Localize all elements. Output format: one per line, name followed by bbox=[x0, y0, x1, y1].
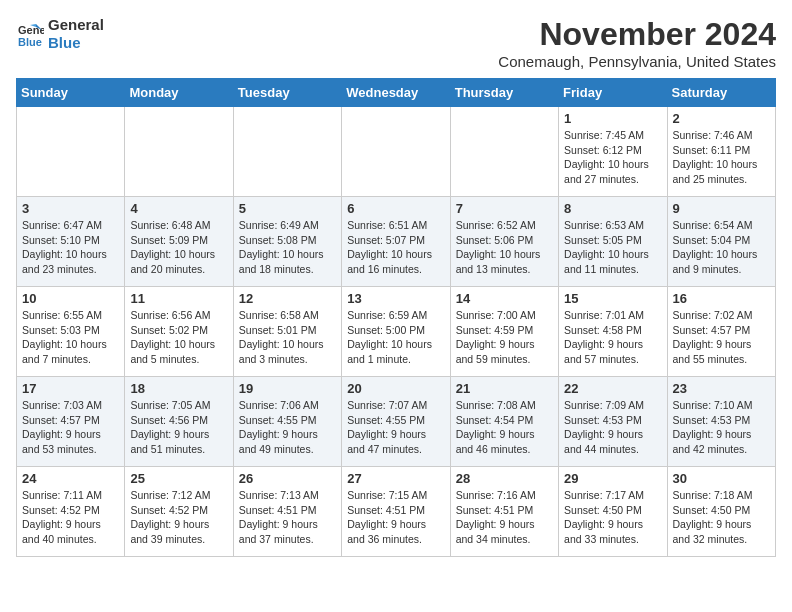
calendar-cell: 15Sunrise: 7:01 AM Sunset: 4:58 PM Dayli… bbox=[559, 287, 667, 377]
calendar-cell: 25Sunrise: 7:12 AM Sunset: 4:52 PM Dayli… bbox=[125, 467, 233, 557]
day-info: Sunrise: 6:48 AM Sunset: 5:09 PM Dayligh… bbox=[130, 218, 227, 277]
title-section: November 2024 Conemaugh, Pennsylvania, U… bbox=[498, 16, 776, 70]
day-number: 9 bbox=[673, 201, 770, 216]
calendar-cell: 22Sunrise: 7:09 AM Sunset: 4:53 PM Dayli… bbox=[559, 377, 667, 467]
day-info: Sunrise: 6:53 AM Sunset: 5:05 PM Dayligh… bbox=[564, 218, 661, 277]
day-info: Sunrise: 6:52 AM Sunset: 5:06 PM Dayligh… bbox=[456, 218, 553, 277]
calendar-cell: 9Sunrise: 6:54 AM Sunset: 5:04 PM Daylig… bbox=[667, 197, 775, 287]
header-row: SundayMondayTuesdayWednesdayThursdayFrid… bbox=[17, 79, 776, 107]
day-number: 4 bbox=[130, 201, 227, 216]
day-number: 20 bbox=[347, 381, 444, 396]
calendar-cell: 6Sunrise: 6:51 AM Sunset: 5:07 PM Daylig… bbox=[342, 197, 450, 287]
day-number: 27 bbox=[347, 471, 444, 486]
calendar-cell: 8Sunrise: 6:53 AM Sunset: 5:05 PM Daylig… bbox=[559, 197, 667, 287]
day-number: 19 bbox=[239, 381, 336, 396]
day-number: 5 bbox=[239, 201, 336, 216]
header-friday: Friday bbox=[559, 79, 667, 107]
day-info: Sunrise: 7:08 AM Sunset: 4:54 PM Dayligh… bbox=[456, 398, 553, 457]
day-number: 12 bbox=[239, 291, 336, 306]
calendar-cell: 3Sunrise: 6:47 AM Sunset: 5:10 PM Daylig… bbox=[17, 197, 125, 287]
week-row-3: 17Sunrise: 7:03 AM Sunset: 4:57 PM Dayli… bbox=[17, 377, 776, 467]
calendar-cell: 24Sunrise: 7:11 AM Sunset: 4:52 PM Dayli… bbox=[17, 467, 125, 557]
calendar-cell bbox=[125, 107, 233, 197]
day-number: 14 bbox=[456, 291, 553, 306]
calendar-cell: 27Sunrise: 7:15 AM Sunset: 4:51 PM Dayli… bbox=[342, 467, 450, 557]
day-number: 30 bbox=[673, 471, 770, 486]
header: General Blue General Blue November 2024 … bbox=[16, 16, 776, 70]
logo: General Blue General Blue bbox=[16, 16, 104, 52]
svg-text:General: General bbox=[18, 24, 44, 36]
calendar-cell: 7Sunrise: 6:52 AM Sunset: 5:06 PM Daylig… bbox=[450, 197, 558, 287]
day-info: Sunrise: 7:11 AM Sunset: 4:52 PM Dayligh… bbox=[22, 488, 119, 547]
day-info: Sunrise: 7:06 AM Sunset: 4:55 PM Dayligh… bbox=[239, 398, 336, 457]
day-number: 17 bbox=[22, 381, 119, 396]
day-number: 25 bbox=[130, 471, 227, 486]
week-row-1: 3Sunrise: 6:47 AM Sunset: 5:10 PM Daylig… bbox=[17, 197, 776, 287]
day-info: Sunrise: 6:59 AM Sunset: 5:00 PM Dayligh… bbox=[347, 308, 444, 367]
day-number: 23 bbox=[673, 381, 770, 396]
day-info: Sunrise: 6:47 AM Sunset: 5:10 PM Dayligh… bbox=[22, 218, 119, 277]
day-number: 8 bbox=[564, 201, 661, 216]
svg-text:Blue: Blue bbox=[18, 36, 42, 48]
subtitle: Conemaugh, Pennsylvania, United States bbox=[498, 53, 776, 70]
calendar-cell bbox=[233, 107, 341, 197]
header-monday: Monday bbox=[125, 79, 233, 107]
calendar-table: SundayMondayTuesdayWednesdayThursdayFrid… bbox=[16, 78, 776, 557]
day-number: 6 bbox=[347, 201, 444, 216]
day-info: Sunrise: 7:03 AM Sunset: 4:57 PM Dayligh… bbox=[22, 398, 119, 457]
calendar-cell: 14Sunrise: 7:00 AM Sunset: 4:59 PM Dayli… bbox=[450, 287, 558, 377]
calendar-cell: 26Sunrise: 7:13 AM Sunset: 4:51 PM Dayli… bbox=[233, 467, 341, 557]
calendar-cell: 10Sunrise: 6:55 AM Sunset: 5:03 PM Dayli… bbox=[17, 287, 125, 377]
day-info: Sunrise: 7:02 AM Sunset: 4:57 PM Dayligh… bbox=[673, 308, 770, 367]
week-row-0: 1Sunrise: 7:45 AM Sunset: 6:12 PM Daylig… bbox=[17, 107, 776, 197]
day-info: Sunrise: 7:16 AM Sunset: 4:51 PM Dayligh… bbox=[456, 488, 553, 547]
calendar-cell: 1Sunrise: 7:45 AM Sunset: 6:12 PM Daylig… bbox=[559, 107, 667, 197]
day-info: Sunrise: 7:12 AM Sunset: 4:52 PM Dayligh… bbox=[130, 488, 227, 547]
day-info: Sunrise: 6:49 AM Sunset: 5:08 PM Dayligh… bbox=[239, 218, 336, 277]
day-number: 3 bbox=[22, 201, 119, 216]
day-number: 21 bbox=[456, 381, 553, 396]
day-number: 10 bbox=[22, 291, 119, 306]
logo-text-block: General Blue bbox=[48, 16, 104, 52]
header-thursday: Thursday bbox=[450, 79, 558, 107]
day-number: 29 bbox=[564, 471, 661, 486]
day-number: 2 bbox=[673, 111, 770, 126]
calendar-cell: 11Sunrise: 6:56 AM Sunset: 5:02 PM Dayli… bbox=[125, 287, 233, 377]
calendar-cell: 28Sunrise: 7:16 AM Sunset: 4:51 PM Dayli… bbox=[450, 467, 558, 557]
day-number: 11 bbox=[130, 291, 227, 306]
day-number: 1 bbox=[564, 111, 661, 126]
day-info: Sunrise: 7:15 AM Sunset: 4:51 PM Dayligh… bbox=[347, 488, 444, 547]
day-number: 18 bbox=[130, 381, 227, 396]
day-number: 16 bbox=[673, 291, 770, 306]
calendar-cell: 18Sunrise: 7:05 AM Sunset: 4:56 PM Dayli… bbox=[125, 377, 233, 467]
header-saturday: Saturday bbox=[667, 79, 775, 107]
logo-general: General Blue bbox=[48, 16, 104, 52]
logo-icon: General Blue bbox=[16, 20, 44, 48]
day-number: 13 bbox=[347, 291, 444, 306]
day-number: 26 bbox=[239, 471, 336, 486]
calendar-cell bbox=[342, 107, 450, 197]
day-number: 22 bbox=[564, 381, 661, 396]
day-info: Sunrise: 7:18 AM Sunset: 4:50 PM Dayligh… bbox=[673, 488, 770, 547]
header-wednesday: Wednesday bbox=[342, 79, 450, 107]
day-info: Sunrise: 6:55 AM Sunset: 5:03 PM Dayligh… bbox=[22, 308, 119, 367]
week-row-2: 10Sunrise: 6:55 AM Sunset: 5:03 PM Dayli… bbox=[17, 287, 776, 377]
calendar-cell: 2Sunrise: 7:46 AM Sunset: 6:11 PM Daylig… bbox=[667, 107, 775, 197]
day-info: Sunrise: 7:45 AM Sunset: 6:12 PM Dayligh… bbox=[564, 128, 661, 187]
day-info: Sunrise: 7:46 AM Sunset: 6:11 PM Dayligh… bbox=[673, 128, 770, 187]
day-info: Sunrise: 7:07 AM Sunset: 4:55 PM Dayligh… bbox=[347, 398, 444, 457]
day-number: 7 bbox=[456, 201, 553, 216]
calendar-cell: 17Sunrise: 7:03 AM Sunset: 4:57 PM Dayli… bbox=[17, 377, 125, 467]
week-row-4: 24Sunrise: 7:11 AM Sunset: 4:52 PM Dayli… bbox=[17, 467, 776, 557]
day-info: Sunrise: 6:51 AM Sunset: 5:07 PM Dayligh… bbox=[347, 218, 444, 277]
calendar-cell: 5Sunrise: 6:49 AM Sunset: 5:08 PM Daylig… bbox=[233, 197, 341, 287]
day-info: Sunrise: 7:17 AM Sunset: 4:50 PM Dayligh… bbox=[564, 488, 661, 547]
calendar-cell: 21Sunrise: 7:08 AM Sunset: 4:54 PM Dayli… bbox=[450, 377, 558, 467]
day-info: Sunrise: 7:05 AM Sunset: 4:56 PM Dayligh… bbox=[130, 398, 227, 457]
day-number: 24 bbox=[22, 471, 119, 486]
header-tuesday: Tuesday bbox=[233, 79, 341, 107]
calendar-cell bbox=[17, 107, 125, 197]
main-title: November 2024 bbox=[498, 16, 776, 53]
day-info: Sunrise: 7:10 AM Sunset: 4:53 PM Dayligh… bbox=[673, 398, 770, 457]
day-info: Sunrise: 7:00 AM Sunset: 4:59 PM Dayligh… bbox=[456, 308, 553, 367]
